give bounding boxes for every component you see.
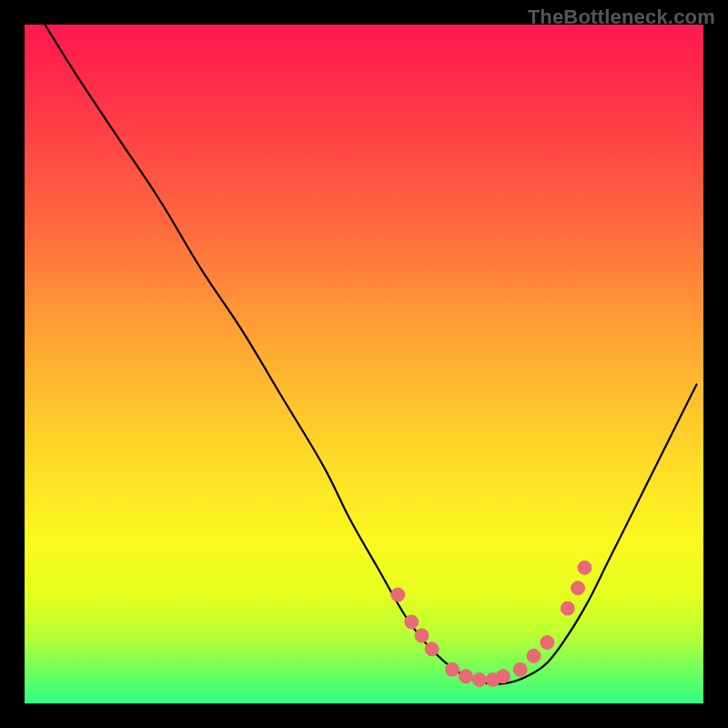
bottleneck-curve [45,25,696,684]
highlight-dot [425,642,439,656]
highlight-dot [527,649,541,662]
highlight-dot [391,588,405,602]
highlight-dot [561,602,574,615]
highlight-dot [571,581,585,595]
highlight-dots-group [391,561,592,686]
highlight-dot [578,561,592,574]
highlight-dot [405,615,419,629]
highlight-dot [513,662,527,676]
highlight-dot [459,670,472,683]
chart-plot-area [25,25,703,703]
highlight-dot [415,629,429,642]
chart-svg [25,25,703,703]
highlight-dot [446,662,460,676]
highlight-dot [496,670,510,683]
highlight-dot [541,635,554,649]
highlight-dot [472,672,486,686]
watermark-text: TheBottleneck.com [528,5,715,29]
